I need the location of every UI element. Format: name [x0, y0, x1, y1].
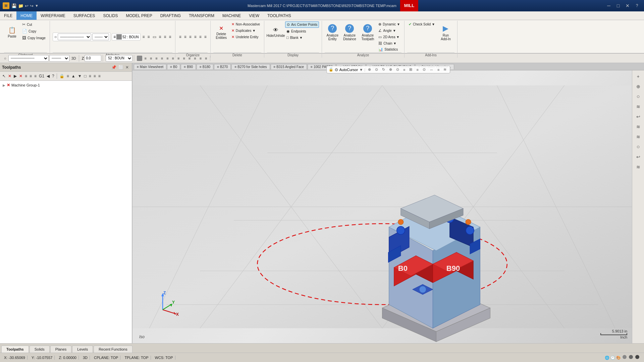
org-btn-3[interactable]: ≡ — [188, 34, 193, 40]
copy-button[interactable]: 📄 Copy — [21, 28, 47, 34]
delete-entities-button[interactable]: ✕ DeleteEntities — [213, 21, 229, 43]
view-snap-btn[interactable]: ≡ — [193, 56, 197, 61]
rt-circle[interactable]: ○ — [634, 92, 643, 101]
panel-pin-btn[interactable]: 📌 — [110, 65, 117, 70]
3d-toggle[interactable]: 3D — [70, 56, 77, 61]
rt-undo[interactable]: ↩ — [634, 112, 643, 121]
view-iso-btn[interactable]: ≡ — [143, 56, 148, 61]
menu-model-prep[interactable]: MODEL PREP — [122, 11, 156, 20]
view-btn-extra[interactable]: ≡ — [165, 56, 170, 61]
view-plane-btn[interactable]: ≡ — [187, 56, 192, 61]
copy-image-button[interactable]: 🖼 Copy Image — [21, 35, 47, 41]
tp-delete-btn[interactable]: ✕ — [7, 73, 12, 79]
panel-close-btn[interactable]: ✕ — [124, 65, 130, 70]
chain-button[interactable]: ⛓ Chain ▼ — [377, 41, 401, 46]
view-all-btn[interactable]: ≡ — [149, 56, 153, 61]
model-viewport[interactable]: B0 B90 — [132, 70, 632, 343]
blank-button[interactable]: □ Blank ▼ — [285, 35, 319, 40]
vt-b180[interactable]: ≡B180 — [197, 64, 213, 69]
paste-button[interactable]: 📋 Paste — [4, 21, 20, 43]
view-cursor-btn[interactable]: ≡ — [198, 56, 203, 61]
rt-snap[interactable]: ≋ — [634, 132, 643, 141]
menu-home[interactable]: HOME — [16, 11, 37, 20]
org-btn-4[interactable]: ≡ — [193, 34, 198, 40]
color-btn[interactable] — [137, 56, 142, 61]
endpoints-button[interactable]: ◉ Endpoints — [285, 28, 319, 34]
duplicates-button[interactable]: ✕ Duplicates ▼ — [230, 28, 261, 34]
tp-stop-btn[interactable]: ✕ — [18, 73, 23, 79]
vt-b270-side[interactable]: ≡B270 for Side holes — [231, 64, 270, 69]
menu-view[interactable]: VIEW — [245, 11, 263, 20]
quick-more[interactable]: ▼ — [35, 4, 39, 8]
panel-float-btn[interactable]: ⬜ — [117, 65, 124, 70]
vt-b270[interactable]: ≡B270 — [214, 64, 231, 69]
sb-globe-icon[interactable]: 🌐 — [605, 356, 609, 360]
cut-button[interactable]: ✂ Cut — [21, 21, 47, 27]
tab-solids[interactable]: Solids — [30, 346, 50, 353]
undo-btn[interactable]: ↩ — [25, 3, 29, 8]
rt-rotate[interactable]: ⊕ — [634, 82, 643, 91]
tp-box-btn[interactable]: □ — [83, 73, 88, 79]
menu-transform[interactable]: TRANSFORM — [185, 11, 218, 20]
view-shaded-btn[interactable]: ≡ — [160, 56, 164, 61]
menu-wireframe[interactable]: WIREFRAME — [37, 11, 69, 20]
statistics-button[interactable]: 📊 Statistics — [377, 47, 401, 52]
org-btn-1[interactable]: ≡ — [178, 34, 182, 40]
vt-b90[interactable]: ≡B90 — [181, 64, 196, 69]
2d-area-button[interactable]: ▭ 2D Area ▼ — [377, 34, 401, 40]
tab-levels[interactable]: Levels — [72, 346, 93, 353]
dynamic-button[interactable]: ⊕ Dynamic ▼ — [377, 21, 401, 27]
view-extra2-btn[interactable]: ≡ — [204, 56, 208, 61]
menu-surfaces[interactable]: SURFACES — [69, 11, 99, 20]
tab-planes[interactable]: Planes — [50, 346, 72, 353]
view-axes-btn[interactable]: ≡ — [181, 56, 186, 61]
help-btn[interactable]: ? — [633, 1, 641, 10]
attr-btn-2[interactable]: ≡ — [147, 34, 151, 40]
view-select[interactable]: ────────── — [8, 55, 49, 62]
view-grid-btn[interactable]: ≡ — [176, 56, 181, 61]
close-btn[interactable]: ✕ — [623, 1, 632, 10]
tp-up-btn[interactable]: ▲ — [70, 73, 76, 79]
analyze-entity-button[interactable]: ? AnalyzeEntity — [325, 21, 340, 43]
menu-machine[interactable]: MACHINE — [218, 11, 245, 20]
tp-chain2-btn[interactable]: ≡ — [29, 73, 33, 79]
linewidth-select[interactable]: ──── — [92, 34, 109, 40]
check-solid-button[interactable]: ✔ Check Solid ▼ — [407, 21, 436, 27]
view-more-btn[interactable]: ≡ — [171, 56, 175, 61]
tp-g1-btn[interactable]: G1 — [38, 73, 45, 79]
tp-back-btn[interactable]: ◀ — [46, 73, 51, 79]
sb-clock-icon[interactable]: 🕐 — [610, 356, 615, 360]
machine-group-item[interactable]: ▶ ✕ Machine Group-1 — [1, 82, 130, 88]
sb-color-icon[interactable]: 🎨 — [616, 356, 621, 360]
rt-more[interactable]: ≋ — [634, 162, 643, 172]
menu-file[interactable]: FILE — [0, 11, 16, 20]
tp-help-btn[interactable]: ? — [51, 73, 55, 79]
vt-b315[interactable]: ≡B315 Angled Face — [271, 64, 307, 69]
menu-drafting[interactable]: DRAFTING — [156, 11, 185, 20]
view-wire-btn[interactable]: ≡ — [154, 56, 159, 61]
save-btn[interactable]: 💾 — [11, 3, 17, 8]
rt-fit[interactable]: ≋ — [634, 102, 643, 111]
tp-play-btn[interactable]: ▶ — [13, 73, 18, 79]
angle-button[interactable]: ∠ Angle ▼ — [377, 28, 401, 34]
tp-list-btn[interactable]: ≡ — [33, 73, 38, 79]
linestyle-select[interactable]: ────────── — [58, 34, 91, 40]
tp-lock-btn[interactable]: 🔒 — [58, 73, 65, 79]
tab-toolpaths[interactable]: Toolpaths — [1, 346, 29, 353]
redo-btn[interactable]: ↪ — [30, 3, 34, 8]
arc-center-points-button[interactable]: ⊙ Arc Center Points — [285, 21, 319, 28]
rt-zoom-in[interactable]: + — [634, 72, 643, 81]
vt-main-viewsheet[interactable]: ≡ Main Viewsheet — [134, 64, 166, 69]
rt-views[interactable]: ○ — [634, 142, 643, 152]
undelete-button[interactable]: ✕ Undelete Entity — [230, 34, 261, 40]
tp-select-btn[interactable]: ↖ — [1, 73, 7, 79]
org-btn-6[interactable]: ≡ — [203, 34, 208, 40]
tp-extra-btn[interactable]: ≡ — [97, 73, 102, 79]
tab-recent-functions[interactable]: Recent Functions — [94, 346, 132, 353]
hide-unhide-button[interactable]: 👁 Hide/Unhide — [267, 21, 284, 43]
org-btn-5[interactable]: ≡ — [198, 34, 203, 40]
org-btn-2[interactable]: ≡ — [183, 34, 187, 40]
open-btn[interactable]: 📁 — [18, 3, 23, 8]
non-associative-button[interactable]: ✕ Non-Associative — [230, 21, 261, 27]
tp-chain-btn[interactable]: ≡ — [24, 73, 28, 79]
